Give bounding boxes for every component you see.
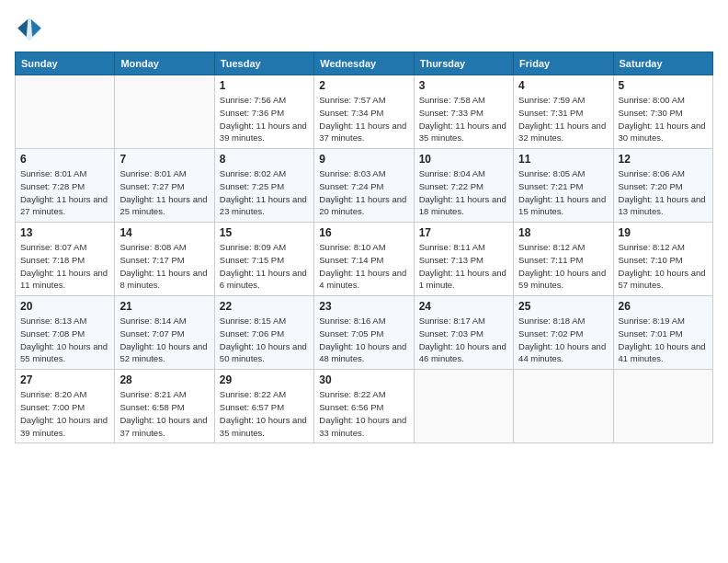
day-info: Sunrise: 8:20 AMSunset: 7:00 PMDaylight:…: [20, 388, 109, 439]
daylight-text: Daylight: 11 hours and 37 minutes.: [319, 121, 406, 144]
day-info: Sunrise: 7:59 AMSunset: 7:31 PMDaylight:…: [518, 94, 608, 144]
calendar-table: SundayMondayTuesdayWednesdayThursdayFrid…: [15, 52, 713, 443]
daylight-text: Daylight: 10 hours and 52 minutes.: [119, 341, 207, 364]
calendar-day-cell: [514, 370, 613, 443]
calendar-day-cell: 17Sunrise: 8:11 AMSunset: 7:13 PMDayligh…: [414, 223, 513, 296]
daylight-text: Daylight: 11 hours and 1 minute.: [419, 268, 506, 291]
day-number: 27: [20, 373, 109, 386]
calendar-day-cell: 9Sunrise: 8:03 AMSunset: 7:24 PMDaylight…: [314, 149, 414, 223]
daylight-text: Daylight: 11 hours and 20 minutes.: [319, 194, 406, 217]
calendar-day-cell: 5Sunrise: 8:00 AMSunset: 7:30 PMDaylight…: [613, 75, 712, 149]
daylight-text: Daylight: 10 hours and 41 minutes.: [619, 341, 706, 364]
calendar-day-cell: 2Sunrise: 7:57 AMSunset: 7:34 PMDaylight…: [314, 75, 414, 149]
daylight-text: Daylight: 11 hours and 11 minutes.: [20, 268, 108, 291]
sunset-text: Sunset: 7:34 PM: [319, 108, 383, 118]
sunrise-text: Sunrise: 8:06 AM: [619, 168, 685, 178]
sunrise-text: Sunrise: 8:13 AM: [20, 316, 86, 326]
sunset-text: Sunset: 7:15 PM: [220, 255, 284, 265]
day-header-thursday: Thursday: [414, 52, 513, 75]
day-info: Sunrise: 8:17 AMSunset: 7:03 PMDaylight:…: [419, 315, 508, 365]
daylight-text: Daylight: 10 hours and 37 minutes.: [119, 415, 207, 438]
day-number: 8: [220, 153, 309, 166]
sunrise-text: Sunrise: 8:02 AM: [220, 168, 286, 178]
sunrise-text: Sunrise: 8:21 AM: [119, 389, 186, 399]
day-info: Sunrise: 8:11 AMSunset: 7:13 PMDaylight:…: [419, 241, 508, 292]
sunset-text: Sunset: 7:27 PM: [119, 181, 184, 191]
day-number: 21: [119, 300, 209, 313]
sunrise-text: Sunrise: 8:12 AM: [619, 242, 685, 252]
calendar-day-cell: 30Sunrise: 8:22 AMSunset: 6:56 PMDayligh…: [314, 370, 414, 443]
sunrise-text: Sunrise: 7:56 AM: [220, 95, 286, 105]
daylight-text: Daylight: 11 hours and 23 minutes.: [220, 194, 307, 217]
daylight-text: Daylight: 10 hours and 35 minutes.: [220, 415, 307, 438]
day-number: 28: [119, 373, 209, 386]
calendar-day-cell: 1Sunrise: 7:56 AMSunset: 7:36 PMDaylight…: [214, 75, 313, 149]
day-info: Sunrise: 7:57 AMSunset: 7:34 PMDaylight:…: [319, 94, 408, 144]
sunset-text: Sunset: 7:08 PM: [20, 328, 85, 339]
daylight-text: Daylight: 10 hours and 48 minutes.: [319, 341, 406, 364]
sunset-text: Sunset: 7:03 PM: [419, 328, 483, 339]
day-info: Sunrise: 8:16 AMSunset: 7:05 PMDaylight:…: [319, 315, 408, 365]
day-number: 17: [419, 226, 508, 239]
sunrise-text: Sunrise: 8:05 AM: [518, 168, 585, 178]
day-info: Sunrise: 8:02 AMSunset: 7:25 PMDaylight:…: [220, 167, 309, 218]
sunrise-text: Sunrise: 8:09 AM: [220, 242, 286, 252]
daylight-text: Daylight: 10 hours and 33 minutes.: [319, 415, 406, 438]
day-number: 4: [518, 79, 608, 92]
sunrise-text: Sunrise: 8:16 AM: [319, 316, 385, 326]
day-info: Sunrise: 8:14 AMSunset: 7:07 PMDaylight:…: [119, 315, 209, 365]
day-number: 20: [20, 300, 109, 313]
sunset-text: Sunset: 7:18 PM: [20, 255, 85, 265]
day-info: Sunrise: 8:05 AMSunset: 7:21 PMDaylight:…: [518, 167, 608, 218]
calendar-week-row: 20Sunrise: 8:13 AMSunset: 7:08 PMDayligh…: [16, 296, 713, 370]
calendar-day-cell: 16Sunrise: 8:10 AMSunset: 7:14 PMDayligh…: [314, 223, 414, 296]
sunrise-text: Sunrise: 8:01 AM: [119, 168, 186, 178]
calendar-day-cell: 18Sunrise: 8:12 AMSunset: 7:11 PMDayligh…: [514, 223, 613, 296]
day-number: 18: [518, 226, 608, 239]
calendar-day-cell: 23Sunrise: 8:16 AMSunset: 7:05 PMDayligh…: [314, 296, 414, 370]
day-info: Sunrise: 8:22 AMSunset: 6:57 PMDaylight:…: [220, 388, 309, 439]
sunrise-text: Sunrise: 8:14 AM: [119, 316, 186, 326]
sunrise-text: Sunrise: 7:58 AM: [419, 95, 485, 105]
day-header-wednesday: Wednesday: [314, 52, 414, 75]
day-info: Sunrise: 8:01 AMSunset: 7:27 PMDaylight:…: [119, 167, 209, 218]
calendar-day-cell: 28Sunrise: 8:21 AMSunset: 6:58 PMDayligh…: [115, 370, 214, 443]
day-number: 25: [518, 300, 608, 313]
day-number: 1: [220, 79, 309, 92]
day-info: Sunrise: 8:15 AMSunset: 7:06 PMDaylight:…: [220, 315, 309, 365]
sunset-text: Sunset: 7:28 PM: [20, 181, 85, 191]
day-number: 3: [419, 79, 508, 92]
calendar-day-cell: 20Sunrise: 8:13 AMSunset: 7:08 PMDayligh…: [16, 296, 115, 370]
calendar-day-cell: [115, 75, 214, 149]
sunset-text: Sunset: 7:36 PM: [220, 108, 284, 118]
day-number: 2: [319, 79, 408, 92]
sunset-text: Sunset: 7:13 PM: [419, 255, 483, 265]
sunset-text: Sunset: 7:24 PM: [319, 181, 383, 191]
day-number: 22: [220, 300, 309, 313]
calendar-day-cell: 22Sunrise: 8:15 AMSunset: 7:06 PMDayligh…: [214, 296, 313, 370]
day-number: 24: [419, 300, 508, 313]
daylight-text: Daylight: 10 hours and 57 minutes.: [619, 268, 706, 291]
day-header-friday: Friday: [514, 52, 613, 75]
calendar-day-cell: 4Sunrise: 7:59 AMSunset: 7:31 PMDaylight…: [514, 75, 613, 149]
daylight-text: Daylight: 10 hours and 59 minutes.: [518, 268, 606, 291]
sunset-text: Sunset: 7:06 PM: [220, 328, 284, 339]
calendar-day-cell: 11Sunrise: 8:05 AMSunset: 7:21 PMDayligh…: [514, 149, 613, 223]
day-number: 6: [20, 153, 109, 166]
sunset-text: Sunset: 7:14 PM: [319, 255, 383, 265]
day-info: Sunrise: 8:19 AMSunset: 7:01 PMDaylight:…: [619, 315, 708, 365]
sunrise-text: Sunrise: 8:03 AM: [319, 168, 385, 178]
daylight-text: Daylight: 11 hours and 13 minutes.: [619, 194, 706, 217]
sunrise-text: Sunrise: 8:22 AM: [319, 389, 385, 399]
sunset-text: Sunset: 7:17 PM: [119, 255, 184, 265]
day-info: Sunrise: 8:07 AMSunset: 7:18 PMDaylight:…: [20, 241, 109, 292]
sunrise-text: Sunrise: 8:22 AM: [220, 389, 286, 399]
day-number: 9: [319, 153, 408, 166]
sunset-text: Sunset: 7:11 PM: [518, 255, 583, 265]
day-info: Sunrise: 8:22 AMSunset: 6:56 PMDaylight:…: [319, 388, 408, 439]
calendar-day-cell: 12Sunrise: 8:06 AMSunset: 7:20 PMDayligh…: [613, 149, 712, 223]
sunrise-text: Sunrise: 8:07 AM: [20, 242, 86, 252]
sunrise-text: Sunrise: 7:59 AM: [518, 95, 585, 105]
sunset-text: Sunset: 6:56 PM: [319, 402, 383, 412]
calendar-day-cell: 26Sunrise: 8:19 AMSunset: 7:01 PMDayligh…: [613, 296, 712, 370]
